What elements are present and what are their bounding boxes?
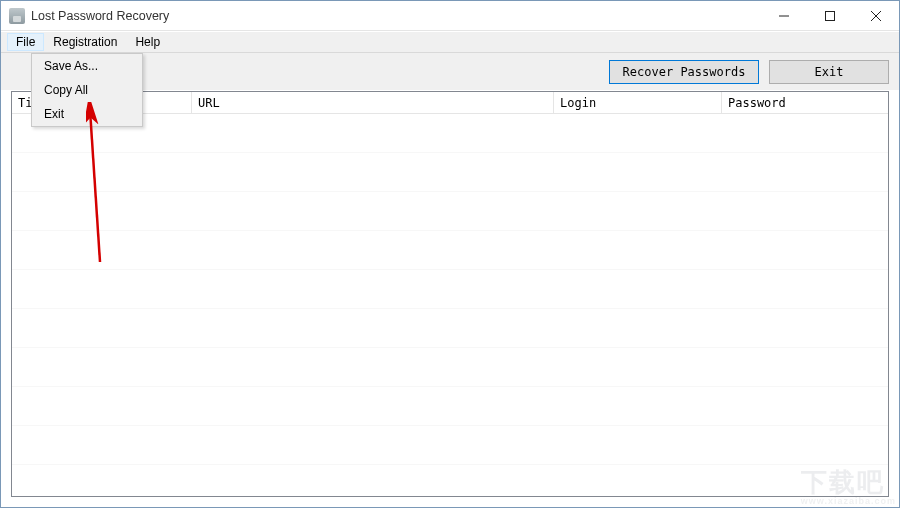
column-url[interactable]: URL xyxy=(192,92,554,113)
results-rows[interactable] xyxy=(12,114,888,496)
window-title: Lost Password Recovery xyxy=(31,9,169,23)
app-icon xyxy=(9,8,25,24)
file-dropdown: Save As... Copy All Exit xyxy=(31,53,143,127)
exit-button[interactable]: Exit xyxy=(769,60,889,84)
column-headers: Title URL Login Password xyxy=(12,92,888,114)
svg-rect-1 xyxy=(826,12,835,21)
minimize-icon xyxy=(779,11,789,21)
menu-file[interactable]: File xyxy=(7,33,44,51)
menubar: File Registration Help xyxy=(1,31,899,53)
maximize-icon xyxy=(825,11,835,21)
column-login[interactable]: Login xyxy=(554,92,722,113)
results-list: Title URL Login Password xyxy=(11,91,889,497)
close-icon xyxy=(871,11,881,21)
menu-exit[interactable]: Exit xyxy=(32,102,142,126)
minimize-button[interactable] xyxy=(761,1,807,31)
menu-help[interactable]: Help xyxy=(126,33,169,51)
menu-copy-all[interactable]: Copy All xyxy=(32,78,142,102)
titlebar: Lost Password Recovery xyxy=(1,1,899,31)
window-controls xyxy=(761,1,899,31)
menu-save-as[interactable]: Save As... xyxy=(32,54,142,78)
recover-passwords-button[interactable]: Recover Passwords xyxy=(609,60,759,84)
menu-registration[interactable]: Registration xyxy=(44,33,126,51)
close-button[interactable] xyxy=(853,1,899,31)
maximize-button[interactable] xyxy=(807,1,853,31)
column-password[interactable]: Password xyxy=(722,92,888,113)
